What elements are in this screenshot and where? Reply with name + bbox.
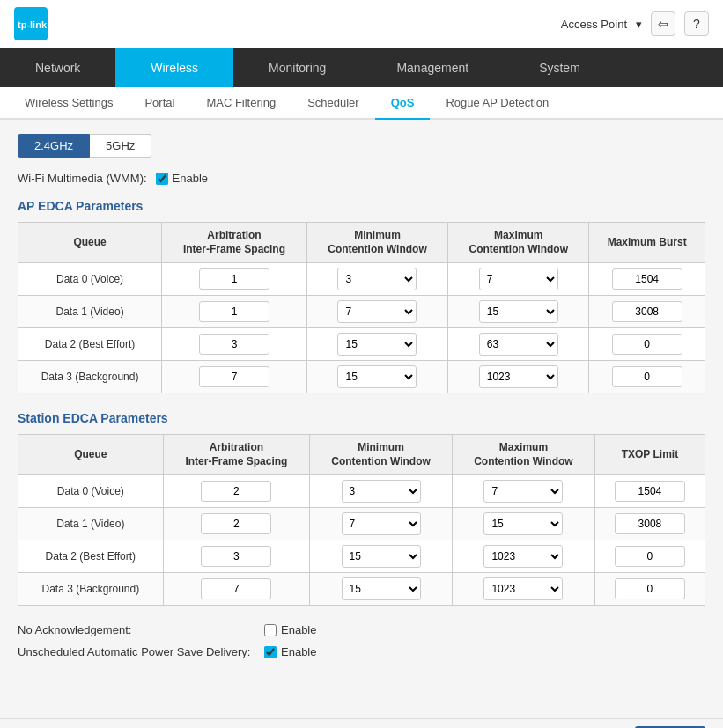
st-aifs-input[interactable] xyxy=(201,481,271,502)
st-min-cw-select[interactable]: 371531631272555111023 xyxy=(342,545,421,568)
st-queue-cell: Data 1 (Video) xyxy=(18,508,164,540)
ap-edca-row: Data 0 (Voice)37153163127255511102371531… xyxy=(18,263,705,296)
wmm-row: Wi-Fi Multimedia (WMM): Enable xyxy=(18,172,705,185)
ap-edca-heading: AP EDCA Parameters xyxy=(18,199,705,213)
no-ack-label: No Acknowledgement: xyxy=(18,623,264,636)
ap-aifs-cell xyxy=(162,328,307,361)
ap-max-cw-cell: 71531631272555111023 xyxy=(448,263,589,296)
uapsd-checkbox[interactable] xyxy=(264,646,277,658)
footer-bar: Save xyxy=(0,718,723,728)
ap-edca-row: Data 1 (Video)37153163127255511102371531… xyxy=(18,296,705,328)
st-aifs-input[interactable] xyxy=(201,578,271,599)
st-min-cw-cell: 371531631272555111023 xyxy=(310,573,453,606)
ap-burst-input[interactable] xyxy=(612,334,682,355)
ap-edca-row: Data 2 (Best Effort)37153163127255511102… xyxy=(18,328,705,361)
nav-item-network[interactable]: Network xyxy=(0,48,115,87)
ap-min-cw-cell: 371531631272555111023 xyxy=(306,328,447,361)
no-ack-enable-label[interactable]: Enable xyxy=(281,623,316,636)
st-min-cw-select[interactable]: 371531631272555111023 xyxy=(342,480,421,503)
logout-icon[interactable]: ⇦ xyxy=(651,11,675,36)
ap-burst-cell xyxy=(589,361,705,393)
ap-col-queue: Queue xyxy=(18,223,162,263)
nav-item-monitoring[interactable]: Monitoring xyxy=(233,48,361,87)
nav-item-management[interactable]: Management xyxy=(361,48,504,87)
st-max-cw-select[interactable]: 71531631272555111023 xyxy=(483,480,563,503)
content-area: 2.4GHz 5GHz Wi-Fi Multimedia (WMM): Enab… xyxy=(0,120,723,718)
station-edca-table: Queue ArbitrationInter-Frame Spacing Min… xyxy=(18,434,705,606)
logo: tp-link xyxy=(14,7,48,40)
nav-item-wireless[interactable]: Wireless xyxy=(115,48,233,87)
ap-col-max-cw: MaximumContention Window xyxy=(448,223,589,263)
ap-aifs-input[interactable] xyxy=(199,366,269,387)
ap-min-cw-select[interactable]: 371531631272555111023 xyxy=(337,300,417,323)
st-aifs-input[interactable] xyxy=(201,513,271,534)
ap-burst-input[interactable] xyxy=(612,301,682,322)
ap-queue-cell: Data 3 (Background) xyxy=(18,361,162,393)
uapsd-enable-label[interactable]: Enable xyxy=(281,645,316,658)
sub-item-qos[interactable]: QoS xyxy=(375,87,431,120)
ap-max-cw-select[interactable]: 71531631272555111023 xyxy=(479,365,558,388)
sub-item-scheduler[interactable]: Scheduler xyxy=(291,87,375,120)
st-aifs-input[interactable] xyxy=(201,546,271,567)
ap-queue-cell: Data 2 (Best Effort) xyxy=(18,328,162,361)
wmm-checkbox[interactable] xyxy=(156,173,168,185)
sub-item-rogue-ap[interactable]: Rogue AP Detection xyxy=(430,87,564,120)
st-aifs-cell xyxy=(163,508,309,540)
st-min-cw-select[interactable]: 371531631272555111023 xyxy=(342,577,421,600)
dropdown-arrow[interactable]: ▾ xyxy=(636,18,642,31)
uapsd-enable: Enable xyxy=(264,645,316,658)
main-nav: Network Wireless Monitoring Management S… xyxy=(0,48,723,87)
station-edca-row: Data 2 (Best Effort)37153163127255511102… xyxy=(18,540,705,573)
st-min-cw-cell: 371531631272555111023 xyxy=(310,540,453,573)
bottom-options: No Acknowledgement: Enable Unscheduled A… xyxy=(18,623,705,658)
ap-min-cw-cell: 371531631272555111023 xyxy=(306,296,447,328)
sub-item-wireless-settings[interactable]: Wireless Settings xyxy=(9,87,129,120)
ap-aifs-input[interactable] xyxy=(199,268,269,290)
wmm-enable-label[interactable]: Enable xyxy=(173,172,208,185)
no-ack-row: No Acknowledgement: Enable xyxy=(18,623,705,636)
ap-max-cw-select[interactable]: 71531631272555111023 xyxy=(479,333,558,356)
freq-tab-5ghz[interactable]: 5GHz xyxy=(90,134,151,158)
ap-min-cw-select[interactable]: 371531631272555111023 xyxy=(337,333,417,356)
sub-item-mac-filtering[interactable]: MAC Filtering xyxy=(190,87,291,120)
st-txop-input[interactable] xyxy=(615,546,685,567)
st-min-cw-cell: 371531631272555111023 xyxy=(310,508,453,540)
ap-aifs-cell xyxy=(162,296,307,328)
ap-min-cw-cell: 371531631272555111023 xyxy=(306,263,447,296)
st-queue-cell: Data 3 (Background) xyxy=(18,573,164,606)
ap-min-cw-cell: 371531631272555111023 xyxy=(306,361,447,393)
st-queue-cell: Data 2 (Best Effort) xyxy=(18,540,164,573)
station-edca-heading: Station EDCA Parameters xyxy=(18,411,705,425)
ap-burst-input[interactable] xyxy=(612,268,682,290)
freq-tab-2.4ghz[interactable]: 2.4GHz xyxy=(18,134,90,158)
st-max-cw-select[interactable]: 71531631272555111023 xyxy=(483,512,563,535)
ap-aifs-cell xyxy=(162,263,307,296)
ap-queue-cell: Data 1 (Video) xyxy=(18,296,162,328)
st-min-cw-select[interactable]: 371531631272555111023 xyxy=(342,512,421,535)
ap-burst-cell xyxy=(589,328,705,361)
st-txop-input[interactable] xyxy=(615,513,685,534)
ap-max-cw-select[interactable]: 71531631272555111023 xyxy=(479,268,558,290)
no-ack-checkbox[interactable] xyxy=(264,624,277,636)
ap-min-cw-select[interactable]: 371531631272555111023 xyxy=(337,268,417,290)
ap-queue-cell: Data 0 (Voice) xyxy=(18,263,162,296)
ap-aifs-input[interactable] xyxy=(199,301,269,322)
ap-max-cw-select[interactable]: 71531631272555111023 xyxy=(479,300,558,323)
help-icon[interactable]: ? xyxy=(684,11,709,36)
st-max-cw-select[interactable]: 71531631272555111023 xyxy=(483,577,563,600)
ap-burst-input[interactable] xyxy=(612,366,682,387)
st-txop-input[interactable] xyxy=(615,481,685,502)
nav-item-system[interactable]: System xyxy=(504,48,616,87)
ap-edca-table: Queue ArbitrationInter-Frame Spacing Min… xyxy=(18,222,705,393)
uapsd-label: Unscheduled Automatic Power Save Deliver… xyxy=(18,645,264,658)
ap-min-cw-select[interactable]: 371531631272555111023 xyxy=(337,365,417,388)
st-col-txop: TXOP Limit xyxy=(594,435,705,475)
ap-col-aifs: ArbitrationInter-Frame Spacing xyxy=(162,223,307,263)
sub-item-portal[interactable]: Portal xyxy=(129,87,190,120)
st-max-cw-cell: 71531631272555111023 xyxy=(452,540,594,573)
ap-aifs-input[interactable] xyxy=(199,334,269,355)
st-max-cw-select[interactable]: 71531631272555111023 xyxy=(483,545,563,568)
st-aifs-cell xyxy=(163,540,309,573)
station-edca-row: Data 0 (Voice)37153163127255511102371531… xyxy=(18,475,705,508)
st-txop-input[interactable] xyxy=(615,578,685,599)
